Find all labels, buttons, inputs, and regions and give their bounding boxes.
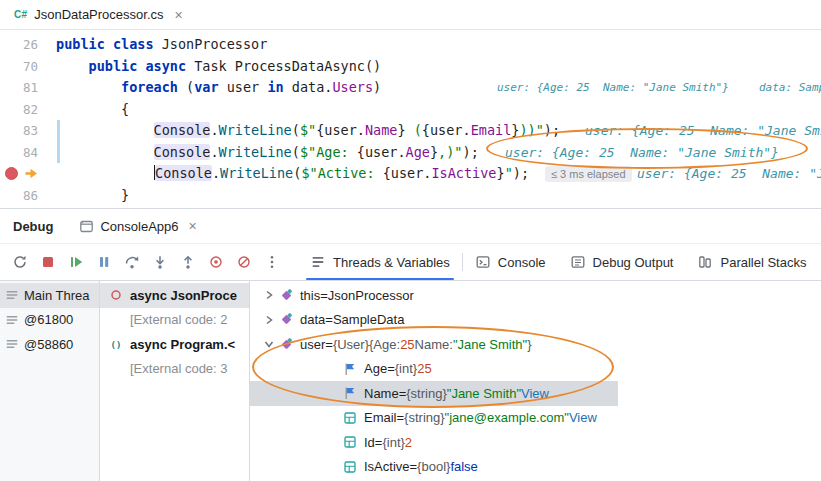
tab-label: Threads & Variables	[333, 255, 450, 270]
pause-icon[interactable]	[90, 250, 118, 274]
frame-row[interactable]: [External code: 2	[100, 308, 249, 333]
debug-panel-header: Debug ConsoleApp6 ×	[0, 209, 821, 244]
ide-window: C# JsonDataProcessor.cs × 26public class…	[0, 0, 821, 481]
line-number[interactable]: 82	[0, 99, 56, 121]
frame-row[interactable]: ()async Program.<	[100, 332, 249, 357]
mute-breakpoints-icon[interactable]	[230, 250, 258, 274]
tab-consoleapp6[interactable]: ConsoleApp6 ×	[73, 209, 202, 243]
variable-text: =	[320, 288, 328, 303]
variable-text: Id	[364, 435, 375, 450]
code-text: }	[56, 185, 129, 207]
debug-output-icon	[570, 254, 586, 270]
code-line[interactable]: 82 {	[0, 99, 821, 121]
line-number[interactable]: 81	[0, 77, 56, 99]
tab-console[interactable]: Console	[463, 244, 558, 280]
tab-parallel-stacks[interactable]: Parallel Stacks	[685, 244, 818, 280]
variable-row[interactable]: IsActive = {bool} false	[250, 455, 821, 480]
frame-label: [External code: 3	[130, 361, 228, 376]
debug-toolbar-actions	[6, 250, 286, 274]
code-line[interactable]: 70 public async Task ProcessDataAsync()	[0, 56, 821, 78]
line-number[interactable]: 26	[0, 34, 56, 56]
close-icon[interactable]: ×	[175, 8, 183, 22]
chevron-right-icon[interactable]	[260, 312, 278, 328]
stop-icon[interactable]	[34, 250, 62, 274]
frame-row[interactable]: async JsonProce	[100, 283, 249, 308]
line-number[interactable]: 70	[0, 56, 56, 78]
variable-text: {Age:	[369, 337, 400, 352]
flag-icon	[342, 361, 358, 377]
thread-row[interactable]: Main Threa	[0, 283, 99, 308]
view-link[interactable]: View	[569, 410, 597, 425]
breakpoint-frame-icon	[108, 287, 124, 303]
line-number[interactable]: 86	[0, 185, 56, 207]
step-over-icon[interactable]	[118, 250, 146, 274]
variable-row[interactable]: Id = {int} 2	[250, 430, 821, 455]
variable-text: 25	[400, 337, 414, 352]
inline-debug-hint: data: SampleData	[759, 77, 821, 99]
editor-code-area[interactable]: 26public class JsonProcessor70 public as…	[0, 30, 821, 208]
variable-text: Name	[364, 386, 399, 401]
more-options-icon[interactable]	[258, 250, 286, 274]
threads-list: Main Threa@61800@58860	[0, 281, 100, 481]
editor-gutter[interactable]	[0, 163, 56, 185]
code-line[interactable]: 81 foreach (var user in data.Users)user:…	[0, 77, 821, 99]
breakpoint-icon[interactable]	[5, 167, 18, 180]
chevron-down-icon[interactable]	[260, 336, 278, 352]
thread-icon	[4, 312, 20, 328]
variable-row[interactable]: Name = {string} "Jane Smith" View	[250, 381, 821, 406]
rerun-icon[interactable]	[6, 250, 34, 274]
variable-text: =	[410, 459, 418, 474]
view-link[interactable]: View	[521, 386, 549, 401]
thread-label: @58860	[24, 337, 73, 352]
variable-text: =	[325, 312, 333, 327]
line-number[interactable]: 84	[0, 142, 56, 164]
step-out-icon[interactable]	[174, 250, 202, 274]
line-number[interactable]: 83	[0, 120, 56, 142]
variable-text: "Jane Smith"	[453, 337, 527, 352]
variable-text: {string}	[406, 386, 446, 401]
object-icon	[278, 287, 294, 303]
code-line[interactable]: 26public class JsonProcessor	[0, 34, 821, 56]
variable-text: SampleData	[333, 312, 405, 327]
resume-icon[interactable]	[62, 250, 90, 274]
blank-icon	[108, 361, 124, 377]
debug-view-tabs: Threads & VariablesConsoleDebug OutputPa…	[298, 244, 818, 280]
code-line[interactable]: 86 }	[0, 185, 821, 207]
console-app-icon	[79, 219, 94, 234]
frame-row[interactable]: [External code: 3	[100, 357, 249, 382]
thread-icon	[4, 336, 20, 352]
thread-row[interactable]: @61800	[0, 308, 99, 333]
thread-row[interactable]: @58860	[0, 332, 99, 357]
variable-row[interactable]: user = {User} {Age: 25 Name: "Jane Smith…	[250, 332, 821, 357]
tab-debug-output[interactable]: Debug Output	[558, 244, 686, 280]
code-line[interactable]: 83 Console.WriteLine($"{user.Name} ({use…	[0, 120, 821, 142]
variable-text: this	[300, 288, 320, 303]
variables-tree: this = JsonProcessordata = SampleDatause…	[250, 281, 821, 481]
variable-row[interactable]: Age = {int} 25	[250, 357, 821, 382]
frame-label: async JsonProce	[130, 288, 237, 303]
step-into-icon[interactable]	[146, 250, 174, 274]
thread-label: Main Threa	[24, 288, 90, 303]
lambda-frame-icon: ()	[108, 336, 124, 352]
file-tab-jsondataprocessor[interactable]: C# JsonDataProcessor.cs ×	[0, 0, 195, 29]
variable-row[interactable]: this = JsonProcessor	[250, 283, 821, 308]
variable-text: =	[325, 337, 333, 352]
variable-text: {int}	[395, 361, 417, 376]
field-icon	[342, 434, 358, 450]
chevron-right-icon[interactable]	[260, 287, 278, 303]
tab-threads-variables[interactable]: Threads & Variables	[298, 244, 462, 280]
close-icon[interactable]: ×	[189, 219, 197, 233]
view-breakpoints-icon[interactable]	[202, 250, 230, 274]
session-tab-label: ConsoleApp6	[100, 219, 178, 234]
variable-text: {User}	[333, 337, 369, 352]
code-line[interactable]: 84 Console.WriteLine($"Age: {user.Age},)…	[0, 142, 821, 164]
code-line[interactable]: Console.WriteLine($"Active: {user.IsActi…	[0, 163, 821, 185]
inline-debug-hint: user: {Age: 25 Name: "Jane Smith"}	[497, 77, 729, 99]
variable-text: {string}	[404, 410, 444, 425]
variable-row[interactable]: Email = {string} "jane@example.com" View	[250, 406, 821, 431]
elapsed-time-badge: ≤ 3 ms elapsed	[545, 166, 632, 182]
frame-label: [External code: 2	[130, 312, 228, 327]
variable-row[interactable]: data = SampleData	[250, 308, 821, 333]
code-text: Console.WriteLine($"{user.Name} ({user.E…	[56, 120, 560, 142]
variable-text: "Jane Smith"	[447, 386, 521, 401]
